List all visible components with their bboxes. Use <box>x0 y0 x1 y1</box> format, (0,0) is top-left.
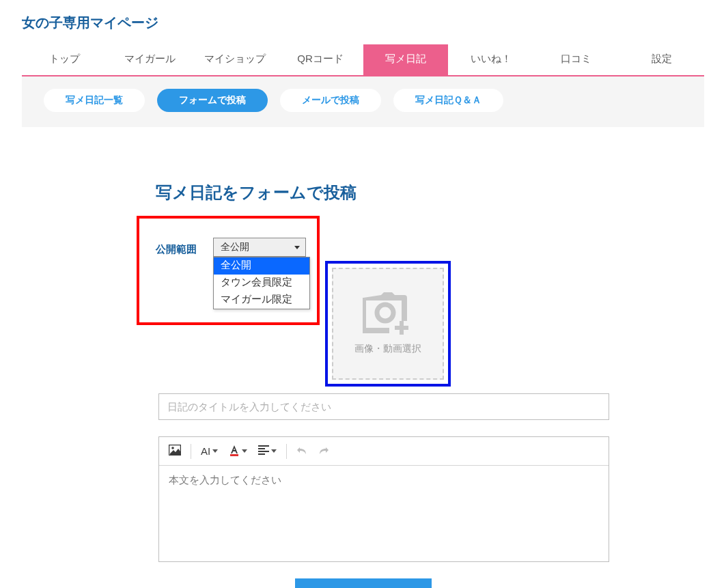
subtab-qa[interactable]: 写メ日記Ｑ＆Ａ <box>393 89 503 112</box>
main-tabs: トップ マイガール マイショップ QRコード 写メ日記 いいね！ 口コミ 設定 <box>22 44 704 76</box>
visibility-label: 公開範囲 <box>156 243 197 256</box>
svg-rect-5 <box>230 454 238 456</box>
toolbar-separator <box>286 444 287 459</box>
tab-mygirl[interactable]: マイガール <box>107 44 193 75</box>
align-left-icon <box>258 445 269 457</box>
diary-body-input[interactable]: 本文を入力してください <box>159 466 609 561</box>
undo-button[interactable] <box>292 443 311 460</box>
font-size-button[interactable]: AI <box>197 443 222 460</box>
visibility-option-town[interactable]: タウン会員限定 <box>214 275 309 292</box>
svg-rect-9 <box>258 453 265 455</box>
tab-reviews[interactable]: 口コミ <box>533 44 619 75</box>
redo-button[interactable] <box>314 443 333 460</box>
insert-image-button[interactable] <box>165 442 185 460</box>
form-heading: 写メ日記をフォームで投稿 <box>156 182 704 204</box>
subtab-list[interactable]: 写メ日記一覧 <box>44 89 145 112</box>
tab-qrcode[interactable]: QRコード <box>278 44 363 75</box>
media-upload-button[interactable]: 画像・動画選択 <box>332 268 444 380</box>
tab-top[interactable]: トップ <box>22 44 107 75</box>
editor-toolbar: AI <box>159 437 609 466</box>
chevron-down-icon <box>212 449 218 453</box>
tab-like[interactable]: いいね！ <box>448 44 533 75</box>
diary-title-input[interactable] <box>158 393 609 420</box>
page-title: 女の子専用マイページ <box>0 0 726 44</box>
chevron-down-icon <box>242 449 247 453</box>
visibility-option-mygirl[interactable]: マイガール限定 <box>214 292 309 309</box>
tab-settings[interactable]: 設定 <box>619 44 704 75</box>
subtab-form-post[interactable]: フォームで投稿 <box>157 89 268 112</box>
content-area: 写メ日記をフォームで投稿 公開範囲 全公開 全公開 タウン会員限定 マイガール限… <box>22 127 704 588</box>
tab-myshop[interactable]: マイショップ <box>193 44 278 75</box>
toolbar-separator <box>191 444 191 459</box>
sub-tabs: 写メ日記一覧 フォームで投稿 メールで投稿 写メ日記Ｑ＆Ａ <box>22 76 704 127</box>
undo-icon <box>296 445 307 457</box>
visibility-dropdown: 全公開 タウン会員限定 マイガール限定 <box>213 257 310 309</box>
camera-plus-icon <box>363 292 413 335</box>
media-upload-section: 画像・動画選択 <box>325 261 451 387</box>
font-size-label: AI <box>201 445 210 457</box>
visibility-section: 公開範囲 全公開 全公開 タウン会員限定 マイガール限定 <box>137 216 704 325</box>
svg-point-0 <box>377 305 393 321</box>
visibility-select[interactable]: 全公開 <box>213 238 306 257</box>
svg-rect-7 <box>258 448 265 449</box>
submit-button[interactable]: 投稿する <box>295 578 432 588</box>
subtab-mail-post[interactable]: メールで投稿 <box>280 89 381 112</box>
align-button[interactable] <box>254 443 281 460</box>
redo-icon <box>318 445 329 457</box>
media-upload-label: 画像・動画選択 <box>354 343 421 355</box>
highlight-box-blue: 画像・動画選択 <box>325 261 451 387</box>
tab-photodiary[interactable]: 写メ日記 <box>363 44 449 75</box>
svg-rect-2 <box>395 326 408 330</box>
text-color-icon <box>229 444 240 458</box>
image-icon <box>169 445 181 458</box>
text-color-button[interactable] <box>225 441 251 461</box>
svg-rect-8 <box>258 451 269 452</box>
svg-rect-6 <box>258 445 269 447</box>
visibility-select-wrap: 全公開 全公開 タウン会員限定 マイガール限定 <box>213 238 310 309</box>
chevron-down-icon <box>271 449 277 453</box>
svg-point-4 <box>171 447 174 449</box>
body-editor: AI <box>158 436 609 562</box>
visibility-option-all[interactable]: 全公開 <box>214 257 309 275</box>
